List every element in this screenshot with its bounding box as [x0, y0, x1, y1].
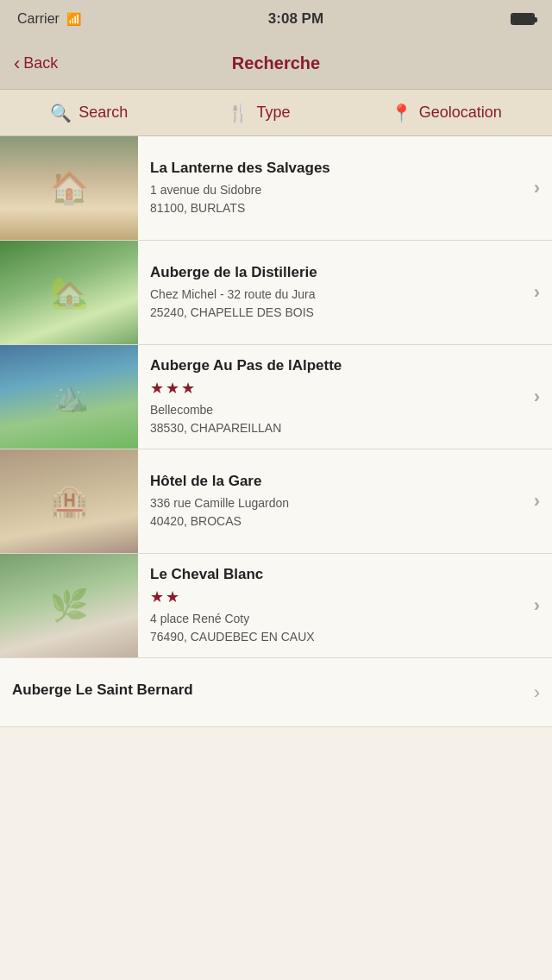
- status-bar-time: 3:08 PM: [268, 10, 323, 28]
- listing-name: Hôtel de la Gare: [150, 472, 522, 491]
- list-item[interactable]: Auberge de la Distillerie Chez Michel - …: [0, 241, 552, 345]
- listing-content: Auberge Au Pas de lAlpette ★ ★ ★ Belleco…: [138, 345, 534, 449]
- status-bar-right: [511, 13, 535, 25]
- listing-name: Auberge de la Distillerie: [150, 263, 522, 282]
- chevron-right-icon: ›: [534, 449, 552, 553]
- listing-name: Auberge Le Saint Bernard: [12, 681, 193, 700]
- tab-type-label: Type: [256, 104, 290, 122]
- tab-search-label: Search: [78, 104, 128, 122]
- listing-image: [0, 241, 138, 344]
- chevron-right-icon: ›: [534, 136, 552, 240]
- listing-address: 336 rue Camille Lugardon40420, BROCAS: [150, 494, 522, 531]
- listing-content: Le Cheval Blanc ★ ★ 4 place René Coty764…: [138, 554, 534, 657]
- star-icon: ★: [150, 587, 164, 606]
- star-icon: ★: [166, 379, 179, 398]
- tab-search[interactable]: 🔍 Search: [36, 96, 141, 130]
- status-bar: Carrier 📶 3:08 PM: [0, 0, 552, 38]
- tab-type[interactable]: 🍴 Type: [214, 96, 304, 130]
- listing-content: Auberge de la Distillerie Chez Michel - …: [138, 241, 534, 344]
- chevron-right-icon: ›: [534, 241, 552, 344]
- back-button[interactable]: ‹ Back: [14, 54, 58, 73]
- listing-name: La Lanterne des Salvages: [150, 159, 522, 178]
- battery-fill: [512, 15, 533, 23]
- star-icon: ★: [166, 587, 179, 606]
- listing-address: 4 place René Coty76490, CAUDEBEC EN CAUX: [150, 610, 522, 646]
- wifi-icon: 📶: [66, 12, 81, 26]
- list-item[interactable]: Le Cheval Blanc ★ ★ 4 place René Coty764…: [0, 554, 552, 658]
- location-icon: 📍: [391, 103, 412, 123]
- listing-image: [0, 345, 138, 449]
- listing-stars: ★ ★ ★: [150, 379, 522, 398]
- listing-image: [0, 136, 138, 240]
- listings-list: La Lanterne des Salvages 1 avenue du Sid…: [0, 136, 552, 727]
- listing-address: Chez Michel - 32 route du Jura25240, CHA…: [150, 286, 522, 322]
- list-item[interactable]: La Lanterne des Salvages 1 avenue du Sid…: [0, 136, 552, 241]
- nav-title: Recherche: [232, 53, 320, 73]
- tab-geolocation[interactable]: 📍 Geolocation: [377, 96, 516, 130]
- listing-content: Hôtel de la Gare 336 rue Camille Lugardo…: [138, 449, 534, 553]
- listing-image: [0, 449, 138, 553]
- fork-icon: 🍴: [228, 103, 249, 123]
- tab-geolocation-label: Geolocation: [419, 104, 502, 122]
- chevron-right-icon: ›: [534, 554, 552, 657]
- nav-bar: ‹ Back Recherche: [0, 38, 552, 90]
- list-item[interactable]: Hôtel de la Gare 336 rue Camille Lugardo…: [0, 449, 552, 554]
- listing-name: Le Cheval Blanc: [150, 565, 522, 584]
- chevron-right-icon: ›: [534, 345, 552, 449]
- listing-address: Bellecombe38530, CHAPAREILLAN: [150, 401, 522, 437]
- status-bar-left: Carrier 📶: [17, 11, 81, 27]
- back-chevron-icon: ‹: [14, 54, 20, 73]
- back-label: Back: [23, 54, 58, 72]
- battery-icon: [511, 13, 535, 25]
- listing-image: [0, 554, 138, 657]
- search-icon: 🔍: [50, 103, 72, 123]
- listing-name: Auberge Au Pas de lAlpette: [150, 356, 522, 375]
- listing-stars: ★ ★: [150, 587, 522, 606]
- list-item[interactable]: Auberge Le Saint Bernard ›: [0, 658, 552, 727]
- listing-content: La Lanterne des Salvages 1 avenue du Sid…: [138, 136, 534, 240]
- list-item[interactable]: Auberge Au Pas de lAlpette ★ ★ ★ Belleco…: [0, 345, 552, 449]
- tab-bar: 🔍 Search 🍴 Type 📍 Geolocation: [0, 90, 552, 136]
- star-icon: ★: [181, 379, 195, 398]
- star-icon: ★: [150, 379, 164, 398]
- carrier-label: Carrier: [17, 11, 60, 27]
- chevron-right-icon: ›: [534, 682, 540, 704]
- listing-address: 1 avenue du Sidobre81100, BURLATS: [150, 181, 522, 217]
